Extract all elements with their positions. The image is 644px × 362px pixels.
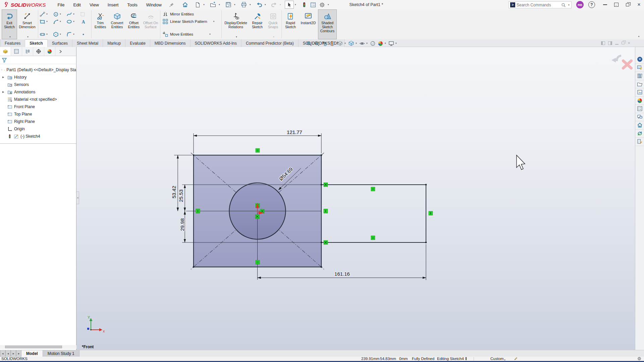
doc-close-button[interactable]: ×	[628, 41, 630, 45]
confirm-exit-sketch-icon[interactable]	[615, 56, 621, 60]
tab-mbd-dimensions[interactable]: MBD Dimensions	[150, 39, 191, 47]
configurationmanager-tab[interactable]	[22, 47, 33, 56]
dimension-upper[interactable]: 53.42	[171, 186, 177, 198]
scrollbar-thumb[interactable]	[5, 346, 62, 348]
previous-tab-button[interactable]: ◀	[5, 350, 11, 357]
section-view-button[interactable]	[329, 41, 335, 46]
dimension-lower[interactable]: 29.98	[179, 218, 185, 231]
save-button[interactable]	[224, 1, 233, 9]
undo-caret-icon[interactable]: ▼	[264, 4, 266, 6]
slot-caret-icon[interactable]: ▼	[46, 33, 48, 35]
print-button[interactable]	[239, 1, 249, 9]
rectangle-tool-button[interactable]: ▼	[40, 18, 48, 25]
filter-funnel-icon[interactable]	[2, 57, 7, 63]
search-commands-box[interactable]: > ▼	[508, 1, 572, 8]
polygon-caret-icon[interactable]: ▼	[59, 33, 61, 35]
doc-restore-button[interactable]	[622, 42, 625, 44]
zoom-to-area-button[interactable]	[314, 41, 320, 46]
tree-item-sensors[interactable]: Sensors	[0, 81, 76, 88]
ribbon-collapse-icon[interactable]: ▲	[638, 35, 640, 37]
equal-relation-icon[interactable]	[371, 236, 375, 240]
display-delete-caret-icon[interactable]: ▼	[235, 36, 237, 38]
pin-menu-icon[interactable]	[167, 1, 176, 9]
ellipse-tool-button[interactable]: ▼	[66, 18, 75, 25]
close-button[interactable]: ×	[636, 2, 642, 7]
solidworks-forum-button[interactable]	[635, 113, 644, 122]
vertical-relation-icon[interactable]	[196, 209, 200, 213]
hide-show-caret-icon[interactable]: ▼	[366, 42, 368, 44]
coincident-relation-icon[interactable]	[324, 183, 328, 187]
sync-button[interactable]	[635, 130, 644, 138]
save-caret-icon[interactable]: ▼	[234, 4, 236, 6]
search-input[interactable]	[517, 3, 560, 7]
file-explorer-button[interactable]	[635, 80, 644, 89]
tree-filter[interactable]	[0, 56, 76, 64]
undo-button[interactable]	[255, 1, 264, 9]
slot-tool-button[interactable]: ▼	[40, 31, 48, 38]
coincident-relation-icon[interactable]	[255, 215, 259, 219]
display-style-caret-icon[interactable]: ▼	[355, 42, 357, 44]
open-caret-icon[interactable]: ▼	[218, 4, 220, 6]
zoom-to-fit-button[interactable]	[306, 41, 312, 46]
menu-tools[interactable]: Tools	[123, 1, 142, 9]
view-palette-button[interactable]	[635, 88, 644, 97]
featuremanager-tab[interactable]	[0, 47, 11, 56]
next-tab-button[interactable]: ▶	[11, 350, 16, 357]
appearances-scenes-button[interactable]	[635, 97, 644, 105]
restore-button[interactable]	[625, 2, 631, 7]
vertical-relation-icon[interactable]	[429, 211, 433, 215]
equal-relation-icon[interactable]	[371, 187, 375, 191]
tab-motion-study-1[interactable]: Motion Study 1	[43, 350, 79, 357]
expander-icon[interactable]: ▶	[2, 76, 4, 79]
rebuild-button[interactable]	[300, 1, 309, 9]
pane-left-button[interactable]	[601, 41, 605, 45]
last-tab-button[interactable]: ▶	[16, 350, 21, 357]
solidworks-resources-button[interactable]	[635, 55, 644, 64]
select-tool-button[interactable]	[285, 1, 294, 9]
line-caret-icon[interactable]: ▼	[46, 13, 48, 15]
edit-appearance-button[interactable]	[370, 41, 376, 46]
polygon-tool-button[interactable]: ▼	[53, 31, 61, 38]
tree-item-history[interactable]: ▶ History	[0, 74, 76, 81]
tree-item-right-plane[interactable]: Right Plane	[0, 118, 76, 125]
equal-relation-icon[interactable]	[256, 148, 260, 152]
menu-window[interactable]: Window	[142, 1, 166, 9]
new-document-button[interactable]	[193, 1, 202, 9]
status-web-icon[interactable]	[637, 357, 641, 362]
tab-surfaces[interactable]: Surfaces	[48, 39, 72, 47]
propertymanager-tab[interactable]	[11, 47, 22, 56]
dimxpertmanager-tab[interactable]	[33, 47, 44, 56]
view-settings-button[interactable]: ▼	[388, 41, 397, 46]
tab-evaluate[interactable]: Evaluate	[125, 39, 150, 47]
exit-sketch-caret-icon[interactable]: ▼	[9, 36, 11, 38]
tree-item-sketch4[interactable]: (-) Sketch4	[0, 133, 76, 140]
ellipse-caret-icon[interactable]: ▼	[73, 20, 75, 22]
panel-splitter-handle[interactable]: ◂	[76, 191, 79, 204]
line-tool-button[interactable]: ▼	[40, 11, 48, 17]
fillet-caret-icon[interactable]: ▼	[73, 33, 75, 35]
dimension-length[interactable]: 161.16	[334, 271, 350, 277]
tab-markup[interactable]: Markup	[103, 39, 125, 47]
cancel-sketch-icon[interactable]	[623, 61, 631, 68]
linear-pattern-caret-icon[interactable]: ▼	[213, 20, 215, 22]
circle-tool-button[interactable]: ▼	[53, 11, 61, 17]
equal-relation-icon[interactable]	[256, 260, 260, 264]
arc-tool-button[interactable]: ▼	[53, 18, 61, 25]
displaymanager-tab[interactable]	[44, 47, 55, 56]
fillet-tool-button[interactable]: ▼	[66, 31, 75, 38]
help-button[interactable]: ?	[588, 1, 595, 8]
status-edit-icon[interactable]	[514, 357, 518, 362]
user-avatar[interactable]: RB	[576, 1, 584, 8]
exit-sketch-button[interactable]: Exit Sketch ▼	[2, 9, 17, 39]
library-button[interactable]	[635, 72, 644, 80]
rapid-sketch-button[interactable]: Rapid Sketch	[282, 9, 299, 39]
apply-scene-button[interactable]: ▼	[378, 41, 386, 46]
dimension-middle[interactable]: 25.53	[178, 189, 184, 202]
right-rectangle[interactable]	[321, 185, 426, 242]
menu-view[interactable]: View	[85, 1, 103, 9]
view-orientation-caret-icon[interactable]: ▼	[344, 42, 346, 44]
new-caret-icon[interactable]: ▼	[203, 4, 205, 6]
circle-caret-icon[interactable]: ▼	[59, 13, 61, 15]
tree-item-front-plane[interactable]: Front Plane	[0, 103, 76, 110]
panel-tabs-overflow-icon[interactable]	[55, 47, 65, 56]
